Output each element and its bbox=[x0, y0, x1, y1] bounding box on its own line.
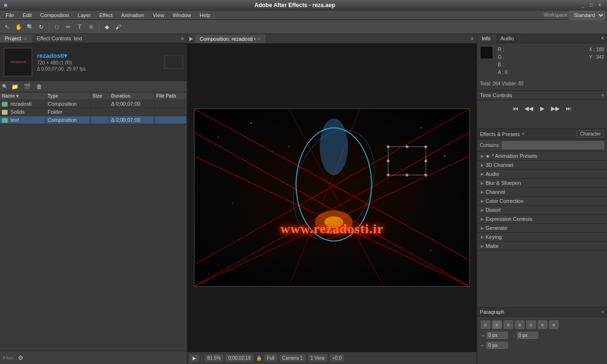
col-duration: Duration bbox=[109, 92, 154, 100]
project-row-2[interactable]: text Composition Δ 0;00;07;00 bbox=[0, 116, 187, 124]
tool-puppet[interactable]: ◆ bbox=[101, 22, 112, 32]
vc-play[interactable]: ▶ bbox=[190, 355, 199, 362]
menu-view[interactable]: View bbox=[149, 11, 168, 19]
pp-space-input[interactable] bbox=[517, 332, 538, 339]
ep-item-6[interactable]: ▶Distort bbox=[477, 206, 607, 215]
close-project-tab[interactable]: × bbox=[24, 36, 27, 41]
character-tab[interactable]: Character bbox=[577, 130, 604, 137]
tab-comp-rezadosti[interactable]: Composition: rezadosti ▾ × bbox=[195, 35, 266, 43]
tc-play[interactable]: ▶ bbox=[537, 104, 547, 113]
ep-item-8[interactable]: ▶Generate bbox=[477, 224, 607, 233]
project-cell-duration: Δ 0;00;07;00 bbox=[109, 116, 154, 124]
pp-justify-center[interactable]: ≡ bbox=[526, 320, 536, 329]
ep-arrow: ▶ bbox=[481, 244, 484, 248]
pp-align-row: ≡ ≡ ≡ ≡ ≡ ≡ ≡ bbox=[481, 320, 603, 329]
comp-panel-menu[interactable]: ≡ bbox=[470, 35, 475, 42]
tool-pen[interactable]: ✏ bbox=[63, 22, 74, 32]
project-cell-type: Composition bbox=[46, 100, 91, 108]
new-comp-btn[interactable]: 🎬 bbox=[22, 82, 32, 92]
maximize-btn[interactable]: □ bbox=[588, 2, 595, 9]
pp-align-left[interactable]: ≡ bbox=[481, 320, 490, 329]
col-name: Name ▾ bbox=[0, 92, 46, 100]
tool-zoom[interactable]: 🔍 bbox=[25, 22, 35, 32]
menu-layer[interactable]: Layer bbox=[74, 11, 95, 19]
project-cell-type: Composition bbox=[46, 116, 91, 124]
menu-help[interactable]: Help bbox=[196, 11, 214, 19]
tab-info[interactable]: Info bbox=[477, 34, 496, 43]
pp-close[interactable]: × bbox=[601, 309, 604, 315]
project-settings-btn[interactable]: ⚙ bbox=[15, 353, 26, 363]
close-comp-tab[interactable]: × bbox=[258, 36, 260, 41]
pp-extra-input[interactable] bbox=[487, 342, 508, 349]
ep-item-10[interactable]: ▶Matte bbox=[477, 242, 607, 251]
ep-search-input[interactable] bbox=[502, 141, 604, 149]
pp-justify-all[interactable]: ≡ bbox=[549, 320, 559, 329]
project-row-1[interactable]: Solids Folder bbox=[0, 108, 187, 116]
ep-item-0[interactable]: ▶★* Animation Presets bbox=[477, 152, 607, 161]
tool-arrow[interactable]: ↖ bbox=[2, 22, 12, 32]
tool-text[interactable]: T bbox=[74, 22, 85, 32]
tc-close[interactable]: × bbox=[601, 93, 604, 98]
vc-camera[interactable]: Camera 1 bbox=[280, 355, 305, 362]
vc-zoom[interactable]: 81.5% bbox=[205, 355, 223, 362]
close-btn[interactable]: × bbox=[597, 2, 603, 9]
comp-name: rezadosti▾ bbox=[37, 52, 86, 59]
menu-file[interactable]: File bbox=[2, 11, 18, 19]
menu-edit[interactable]: Edit bbox=[19, 11, 36, 19]
project-cell-name: text bbox=[0, 116, 46, 124]
pp-align-right[interactable]: ≡ bbox=[504, 320, 513, 329]
tab-effect-controls[interactable]: Effect Controls: text bbox=[32, 34, 88, 43]
project-tabs: Project × Effect Controls: text ≡ bbox=[0, 34, 187, 43]
project-cell-name: Solids bbox=[0, 108, 46, 116]
project-cell-type: Folder bbox=[46, 108, 91, 116]
ep-item-1[interactable]: ▶3D Channel bbox=[477, 161, 607, 170]
menu-composition[interactable]: Composition bbox=[37, 11, 73, 19]
pp-justify-left[interactable]: ≡ bbox=[515, 320, 524, 329]
project-cell-size bbox=[91, 100, 109, 108]
tab-project[interactable]: Project × bbox=[0, 34, 32, 43]
vc-view[interactable]: 1 View bbox=[308, 355, 327, 362]
tc-first[interactable]: ⏮ bbox=[511, 104, 520, 113]
tc-next-frame[interactable]: ▶▶ bbox=[551, 104, 560, 113]
ep-label: Audio bbox=[486, 171, 499, 177]
project-preview: rezadosti rezadosti▾ 720 × 480 (1.00) Δ … bbox=[0, 43, 187, 81]
title-text: Adobe After Effects - reza.aep bbox=[10, 2, 579, 9]
new-folder-btn[interactable]: 📁 bbox=[9, 82, 20, 92]
ep-item-3[interactable]: ▶Blur & Sharpen bbox=[477, 179, 607, 188]
ep-item-5[interactable]: ▶Color Correction bbox=[477, 197, 607, 206]
vc-quality[interactable]: Full bbox=[265, 355, 277, 362]
ep-item-2[interactable]: ▶Audio bbox=[477, 170, 607, 179]
tool-brush[interactable]: 🖌 bbox=[113, 22, 123, 32]
composition-viewer[interactable]: www.rezadosti.ir bbox=[187, 44, 477, 352]
menu-animation[interactable]: Animation bbox=[117, 11, 148, 19]
info-a: A : 0 bbox=[498, 69, 507, 76]
pp-indent-input[interactable] bbox=[487, 332, 508, 339]
pp-justify-right[interactable]: ≡ bbox=[538, 320, 547, 329]
info-x: X : 180 bbox=[589, 46, 604, 54]
info-content: R : G : B : A : 0 X : 180 Y : 342 bbox=[477, 43, 607, 79]
panel-menu-icon[interactable]: ≡ bbox=[180, 35, 185, 42]
vc-offset[interactable]: +0.0 bbox=[330, 355, 344, 362]
ep-close[interactable]: × bbox=[522, 131, 524, 136]
info-close-btn[interactable]: × bbox=[598, 34, 607, 43]
project-cell-path bbox=[154, 100, 186, 108]
tc-last[interactable]: ⏭ bbox=[564, 104, 573, 113]
vc-timecode[interactable]: 0;00;02;18 bbox=[226, 355, 253, 362]
project-row-0[interactable]: rezadosti Composition Δ 0;00;07;00 bbox=[0, 100, 187, 108]
workspace-select[interactable]: Standard bbox=[570, 10, 605, 20]
menu-window[interactable]: Window bbox=[169, 11, 195, 19]
tc-prev-frame[interactable]: ◀◀ bbox=[524, 104, 533, 113]
minimize-btn[interactable]: _ bbox=[579, 2, 586, 9]
ep-item-7[interactable]: ▶Expression Controls bbox=[477, 215, 607, 224]
ep-item-4[interactable]: ▶Channel bbox=[477, 188, 607, 197]
tool-rotate[interactable]: ↻ bbox=[36, 22, 46, 32]
menu-effect[interactable]: Effect bbox=[95, 11, 116, 19]
tool-rect[interactable]: □ bbox=[52, 22, 62, 32]
tool-clone[interactable]: ⎘ bbox=[86, 22, 96, 32]
tool-hand[interactable]: ✋ bbox=[13, 22, 24, 32]
tab-audio[interactable]: Audio bbox=[496, 34, 519, 43]
delete-btn[interactable]: 🗑 bbox=[34, 82, 45, 92]
ep-item-9[interactable]: ▶Keying bbox=[477, 233, 607, 242]
comp-tab-settings[interactable]: ▾ bbox=[254, 36, 256, 41]
pp-align-center[interactable]: ≡ bbox=[492, 320, 502, 329]
